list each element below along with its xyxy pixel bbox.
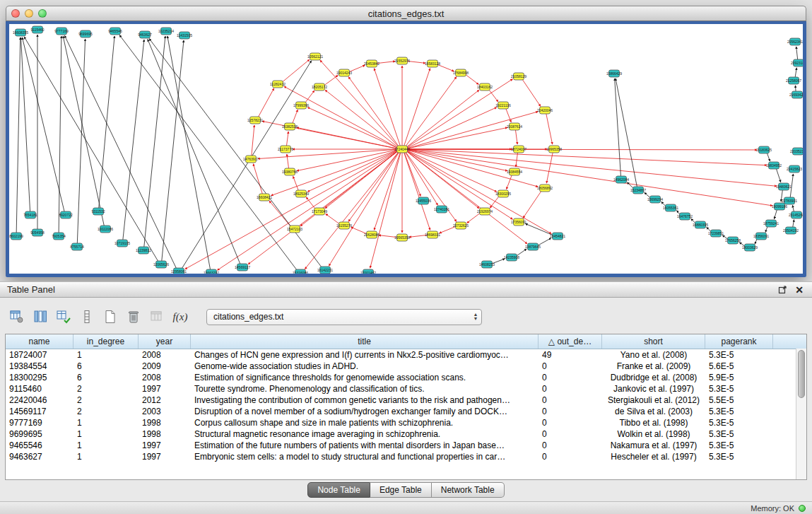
network-node[interactable]: 14763917: [243, 156, 259, 163]
network-edge[interactable]: [516, 153, 518, 167]
network-edge[interactable]: [792, 205, 794, 211]
vertical-scrollbar-thumb[interactable]: [798, 350, 805, 398]
network-node[interactable]: 15699294: [647, 196, 663, 203]
network-node[interactable]: 8755714: [70, 243, 84, 250]
table-row[interactable]: 911546021997Tourette syndrome. Phenomeno…: [6, 383, 806, 395]
network-edge[interactable]: [307, 107, 396, 148]
network-node[interactable]: 18403162: [477, 83, 493, 90]
network-edge[interactable]: [515, 130, 517, 144]
network-node[interactable]: 22415823: [787, 165, 802, 173]
tab-edge-table[interactable]: Edge Table: [370, 482, 432, 498]
network-node[interactable]: 15316086: [293, 269, 308, 274]
network-node[interactable]: 20628086: [364, 231, 379, 238]
network-edge[interactable]: [408, 149, 777, 186]
network-edge[interactable]: [776, 169, 780, 182]
network-node[interactable]: 16880395: [693, 221, 708, 228]
network-edge[interactable]: [404, 153, 420, 197]
new-column-icon[interactable]: [102, 308, 119, 325]
network-edge[interactable]: [406, 77, 457, 146]
network-node[interactable]: 20562341: [787, 38, 803, 45]
network-node[interactable]: 21058129: [511, 73, 526, 80]
close-panel-icon[interactable]: ✕: [794, 284, 805, 296]
network-edge[interactable]: [16, 37, 20, 233]
network-node[interactable]: 19834952: [766, 162, 782, 169]
vertical-scrollbar[interactable]: [796, 349, 806, 479]
row-height-icon[interactable]: [78, 308, 95, 325]
network-node[interactable]: 11282432: [270, 81, 286, 88]
network-node[interactable]: 19565358: [394, 234, 410, 241]
network-edge[interactable]: [252, 125, 254, 156]
network-edge[interactable]: [767, 153, 770, 161]
network-edge[interactable]: [287, 154, 289, 168]
network-edge[interactable]: [793, 220, 794, 228]
network-node[interactable]: 19014243: [336, 69, 352, 76]
network-node[interactable]: 9465546: [108, 28, 122, 35]
column-header-year[interactable]: year: [139, 334, 191, 349]
network-node[interactable]: 16608355: [13, 29, 28, 36]
network-node[interactable]: 18056892: [537, 185, 553, 192]
network-node[interactable]: 18205172: [312, 83, 327, 90]
network-edge[interactable]: [795, 86, 796, 91]
network-node[interactable]: 22035216: [790, 148, 803, 155]
network-node[interactable]: 16583128: [425, 60, 440, 67]
network-edge[interactable]: [162, 40, 184, 261]
network-edge[interactable]: [149, 39, 322, 267]
network-node[interactable]: 19483621: [776, 183, 792, 190]
tab-network-table[interactable]: Network Table: [432, 482, 505, 498]
network-node[interactable]: 17239851: [708, 230, 724, 237]
network-edge[interactable]: [123, 40, 144, 240]
network-node[interactable]: 20183625: [756, 146, 772, 153]
network-edge[interactable]: [284, 86, 397, 147]
network-edge[interactable]: [258, 88, 273, 117]
network-node[interactable]: 23145268: [789, 211, 803, 218]
network-canvas[interactable]: 1724044618724007193845541830029521926974…: [9, 24, 803, 274]
network-node[interactable]: 20087614: [507, 123, 522, 130]
network-edge[interactable]: [407, 151, 513, 220]
network-edge[interactable]: [63, 36, 104, 226]
column-header-out_degree[interactable]: △ out_de…: [539, 334, 602, 349]
network-edge[interactable]: [77, 39, 85, 243]
table-row[interactable]: 977716911998Corpus callosum shape and si…: [6, 417, 806, 428]
network-node[interactable]: 18698331: [425, 231, 440, 238]
network-edge[interactable]: [466, 75, 478, 85]
network-edge[interactable]: [269, 201, 291, 226]
column-header-name[interactable]: name: [6, 334, 73, 349]
network-node[interactable]: 9311532: [91, 208, 105, 215]
column-header-short[interactable]: short: [602, 334, 705, 349]
network-edge[interactable]: [99, 36, 114, 208]
network-edge[interactable]: [326, 214, 339, 223]
network-node[interactable]: 16055361: [663, 204, 678, 211]
network-edge[interactable]: [59, 36, 61, 233]
network-edge[interactable]: [490, 196, 499, 208]
network-node[interactable]: 15472103: [287, 226, 302, 233]
network-node[interactable]: 12065626: [153, 261, 169, 268]
network-table-select[interactable]: citations_edges.txt ▲▼: [206, 309, 482, 325]
network-node[interactable]: 21926974: [477, 208, 493, 215]
table-row[interactable]: 946362711997Embryonic stem cells: a mode…: [6, 451, 806, 462]
network-edge[interactable]: [796, 47, 798, 59]
network-edge[interactable]: [523, 191, 541, 218]
network-node[interactable]: 20923184: [791, 59, 803, 66]
network-node[interactable]: 21258067: [786, 77, 801, 84]
network-node[interactable]: 18759241: [763, 220, 779, 227]
network-edge[interactable]: [440, 227, 456, 233]
import-table-icon[interactable]: [148, 308, 165, 325]
network-node[interactable]: 14569117: [235, 264, 250, 271]
network-edge[interactable]: [615, 78, 621, 176]
network-node[interactable]: 13454821: [550, 233, 565, 240]
network-node[interactable]: 10719105: [114, 240, 130, 247]
network-node[interactable]: 15866429: [606, 70, 622, 77]
table-row[interactable]: 2242004622012Investigating the contribut…: [6, 395, 806, 406]
network-edge[interactable]: [774, 209, 777, 218]
network-edge[interactable]: [64, 35, 176, 268]
table-row[interactable]: 1872400712008Changes of HCN gene express…: [6, 349, 806, 361]
network-edge[interactable]: [370, 153, 401, 268]
network-node[interactable]: 16476752: [677, 213, 693, 220]
network-node[interactable]: 14235908: [504, 254, 519, 261]
network-node[interactable]: 12578231: [247, 117, 263, 124]
delete-column-icon[interactable]: [125, 308, 142, 325]
network-node[interactable]: 18003629: [742, 244, 758, 251]
network-node[interactable]: 23504192: [783, 227, 799, 234]
network-node[interactable]: 18925349: [293, 190, 309, 197]
network-edge[interactable]: [546, 114, 553, 144]
